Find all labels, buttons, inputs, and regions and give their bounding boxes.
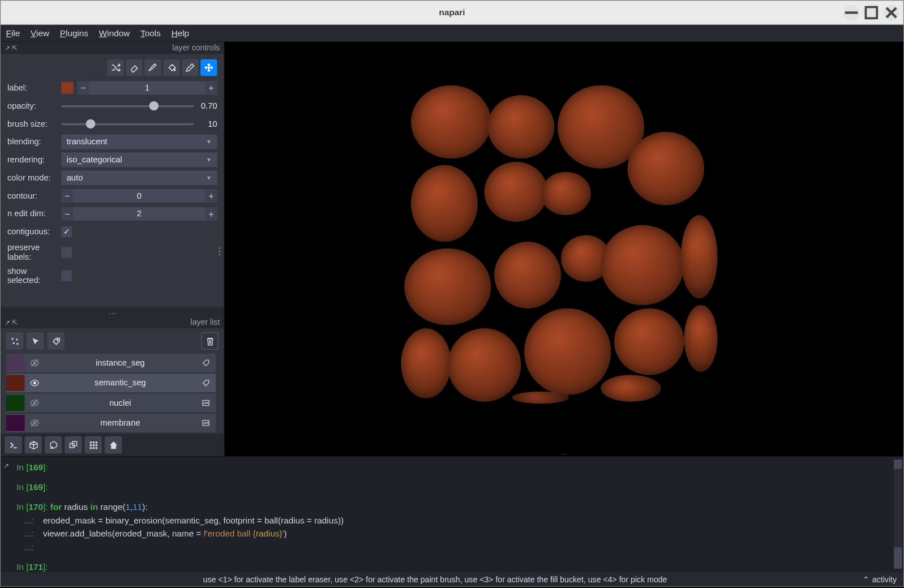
- layer-type-icon: [200, 359, 212, 367]
- delete-layer-button[interactable]: [201, 332, 218, 350]
- label-decrement[interactable]: −: [78, 81, 89, 95]
- svg-rect-22: [95, 447, 97, 448]
- label-value: 1: [89, 83, 205, 92]
- layer-name: instance_seg: [45, 358, 196, 367]
- opacity-label: opacity:: [7, 101, 57, 110]
- menu-plugins[interactable]: Plugins: [60, 28, 88, 38]
- svg-point-2: [16, 338, 18, 340]
- picker-tool[interactable]: [182, 59, 198, 76]
- console-button[interactable]: [5, 436, 22, 454]
- canvas-splitter[interactable]: …: [225, 448, 903, 456]
- brush-size-slider[interactable]: 10: [61, 117, 217, 131]
- layer-thumbnail: [6, 355, 25, 371]
- ndisplay-button[interactable]: [25, 436, 42, 454]
- svg-point-7: [33, 382, 36, 384]
- layer-name: semantic_seg: [45, 378, 196, 387]
- menu-window[interactable]: Window: [99, 28, 130, 38]
- activity-button[interactable]: ⌃ activity: [863, 574, 897, 583]
- popout-icon[interactable]: ↗ ⇱: [5, 44, 17, 51]
- nedit-decrement[interactable]: −: [61, 207, 73, 221]
- visibility-toggle[interactable]: [29, 418, 41, 427]
- menu-file[interactable]: File: [6, 28, 20, 38]
- svg-rect-19: [95, 444, 97, 445]
- menu-tools[interactable]: Tools: [140, 28, 161, 38]
- layer-thumbnail: [6, 415, 25, 431]
- contour-increment[interactable]: +: [205, 189, 217, 203]
- scrollbar-thumb[interactable]: [894, 460, 902, 469]
- layer-thumbnail: [6, 395, 25, 411]
- maximize-button[interactable]: [863, 5, 879, 20]
- contour-spinbox[interactable]: − 0 +: [61, 189, 217, 203]
- scrollbar-thumb[interactable]: [894, 547, 902, 569]
- viewer-canvas[interactable]: [225, 42, 903, 448]
- fill-tool[interactable]: [163, 59, 179, 76]
- color-mode-label: color mode:: [7, 173, 57, 182]
- close-button[interactable]: [884, 5, 899, 20]
- opacity-slider[interactable]: 0.70: [61, 99, 217, 113]
- shuffle-tool[interactable]: [107, 59, 123, 76]
- minimize-button[interactable]: [843, 5, 859, 20]
- menu-view[interactable]: View: [31, 28, 49, 38]
- roll-button[interactable]: [45, 436, 62, 454]
- paint-tool[interactable]: [144, 59, 161, 76]
- show-selected-checkbox[interactable]: [61, 271, 72, 281]
- label-increment[interactable]: +: [205, 81, 217, 95]
- layer-name: membrane: [45, 418, 196, 427]
- new-labels-button[interactable]: [48, 332, 65, 350]
- panel-splitter[interactable]: …: [1, 307, 224, 316]
- svg-point-4: [16, 342, 18, 344]
- n-edit-dim-label: n edit dim:: [7, 209, 57, 218]
- contiguous-label: contiguous:: [7, 227, 57, 236]
- new-shapes-button[interactable]: [27, 332, 44, 350]
- window-title: napari: [439, 7, 465, 18]
- layer-thumbnail: [6, 375, 25, 391]
- pan-zoom-tool[interactable]: [200, 59, 217, 76]
- visibility-toggle[interactable]: [29, 378, 41, 387]
- new-points-button[interactable]: [6, 332, 24, 350]
- layer-list-header: ↗ ⇱ layer list: [1, 316, 224, 328]
- eraser-tool[interactable]: [126, 59, 142, 76]
- svg-point-1: [11, 337, 13, 339]
- blending-label: blending:: [7, 137, 57, 146]
- svg-point-3: [12, 342, 14, 344]
- nedit-increment[interactable]: +: [205, 207, 217, 221]
- contour-value: 0: [73, 191, 205, 200]
- label-spinbox[interactable]: − 1 +: [78, 81, 217, 95]
- layer-type-icon: [200, 379, 212, 387]
- contiguous-checkbox[interactable]: [61, 226, 72, 237]
- menubar: File View Plugins Window Tools Help: [1, 25, 903, 42]
- svg-rect-18: [92, 444, 94, 445]
- contour-label: contour:: [7, 191, 57, 200]
- svg-rect-15: [92, 441, 94, 443]
- rendering-label: rendering:: [7, 155, 57, 164]
- opacity-value: 0.70: [198, 101, 217, 110]
- home-button[interactable]: [105, 436, 122, 454]
- layer-row[interactable]: membrane: [6, 414, 216, 432]
- popout-icon[interactable]: ↗: [3, 460, 8, 473]
- color-mode-select[interactable]: auto: [61, 170, 217, 185]
- popout-icon[interactable]: ↗ ⇱: [5, 319, 17, 326]
- menu-help[interactable]: Help: [172, 28, 189, 38]
- layer-row[interactable]: nuclei: [6, 394, 216, 413]
- titlebar: napari: [1, 1, 903, 24]
- layer-controls-panel: label: − 1 + opacity: 0.70: [1, 54, 224, 307]
- show-selected-label: show selected:: [7, 267, 57, 285]
- blending-select[interactable]: translucent: [61, 135, 217, 149]
- svg-rect-17: [89, 444, 91, 445]
- grid-button[interactable]: [84, 436, 102, 454]
- layer-controls-title: layer controls: [172, 43, 220, 52]
- svg-rect-21: [92, 447, 94, 448]
- label-color-swatch[interactable]: [61, 82, 73, 94]
- rendering-select[interactable]: iso_categorical: [61, 153, 217, 168]
- transpose-button[interactable]: [65, 436, 82, 454]
- layer-controls-header: ↗ ⇱ layer controls: [1, 42, 224, 54]
- ipython-console[interactable]: ↗ In [169]: In [169]: In [170]: for radi…: [1, 456, 903, 572]
- layer-row[interactable]: instance_seg: [6, 354, 216, 372]
- contour-decrement[interactable]: −: [61, 189, 73, 203]
- visibility-toggle[interactable]: [29, 358, 41, 367]
- preserve-labels-checkbox[interactable]: [61, 247, 72, 258]
- nedit-value: 2: [73, 209, 205, 218]
- visibility-toggle[interactable]: [29, 398, 41, 407]
- layer-row[interactable]: semantic_seg: [6, 374, 216, 392]
- n-edit-dim-spinbox[interactable]: − 2 +: [61, 207, 217, 221]
